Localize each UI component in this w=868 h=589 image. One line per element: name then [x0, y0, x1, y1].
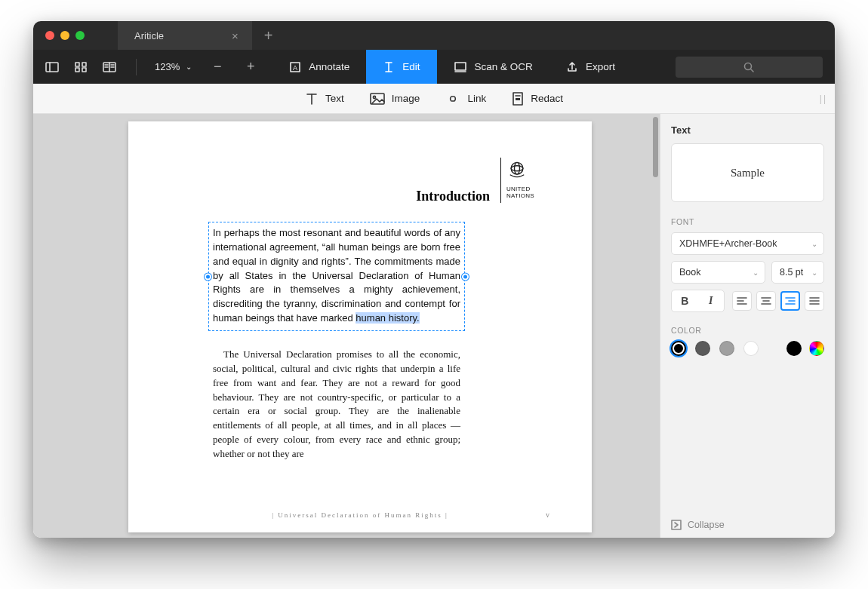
workspace: UNITEDNATIONS Introduction In perhaps th… — [33, 114, 835, 538]
text-color-row — [671, 341, 824, 356]
reading-mode-icon[interactable] — [101, 59, 118, 75]
vertical-scrollbar[interactable] — [653, 117, 658, 177]
svg-rect-5 — [82, 68, 86, 72]
align-right-button[interactable] — [780, 291, 800, 311]
svg-point-29 — [511, 166, 523, 171]
search-input[interactable] — [676, 57, 823, 78]
document-canvas[interactable]: UNITEDNATIONS Introduction In perhaps th… — [33, 114, 660, 538]
selection-handle-left[interactable] — [205, 273, 211, 280]
scan-icon — [454, 61, 467, 73]
chevron-down-icon: ⌄ — [811, 240, 817, 248]
link-icon — [445, 93, 460, 105]
font-size-dropdown[interactable]: 8.5 pt ⌄ — [771, 261, 824, 284]
toolbar-divider — [136, 59, 137, 75]
svg-point-30 — [514, 162, 519, 174]
svg-text:A: A — [293, 64, 297, 72]
un-text: UNITEDNATIONS — [506, 186, 534, 200]
page-title: Introduction — [416, 189, 490, 204]
zoom-control[interactable]: 123% ⌄ — [155, 61, 192, 72]
fill-color-swatch[interactable] — [786, 341, 802, 356]
chevron-down-icon: ⌄ — [186, 63, 192, 71]
bold-button[interactable]: B — [672, 290, 698, 311]
svg-line-20 — [751, 69, 753, 72]
highlighted-text: human history. — [356, 312, 419, 324]
font-size-value: 8.5 pt — [780, 267, 803, 278]
svg-rect-3 — [82, 63, 86, 66]
add-link-button[interactable]: Link — [445, 93, 486, 105]
zoom-value: 123% — [155, 61, 180, 72]
align-justify-button[interactable] — [805, 291, 824, 311]
un-logo-block: UNITEDNATIONS — [506, 159, 534, 200]
mode-switcher: A Annotate Edit Scan & OCR Export — [272, 50, 632, 84]
titlebar: Ariticle × + — [33, 21, 835, 50]
scan-ocr-mode-button[interactable]: Scan & OCR — [437, 50, 549, 84]
sidebar-toggle-icon[interactable] — [44, 59, 60, 75]
add-text-button[interactable]: Text — [305, 92, 344, 106]
image-icon — [370, 93, 385, 105]
link-label: Link — [467, 93, 486, 104]
thumbnails-icon[interactable] — [72, 59, 89, 75]
edit-mode-button[interactable]: Edit — [366, 50, 436, 84]
svg-rect-2 — [75, 63, 79, 66]
font-sample-preview: Sample — [671, 143, 824, 202]
align-center-button[interactable] — [756, 291, 776, 311]
redact-button[interactable]: Redact — [512, 92, 563, 106]
minimize-window-button[interactable] — [60, 31, 69, 40]
svg-point-28 — [511, 162, 523, 174]
panel-drag-handle-icon[interactable]: || — [820, 94, 827, 104]
italic-button[interactable]: I — [698, 290, 725, 311]
new-tab-button[interactable]: + — [252, 27, 285, 44]
close-tab-icon[interactable]: × — [232, 29, 239, 42]
close-window-button[interactable] — [45, 31, 54, 40]
zoom-in-button[interactable]: + — [243, 59, 258, 75]
annotate-mode-button[interactable]: A Annotate — [272, 50, 366, 84]
text-icon — [305, 92, 319, 106]
panel-title: Text — [671, 124, 824, 136]
collapse-panel-button[interactable]: Collapse — [671, 512, 824, 530]
zoom-out-button[interactable]: − — [210, 59, 225, 75]
window-controls — [33, 31, 85, 40]
font-family-dropdown[interactable]: XDHMFE+Archer-Book ⌄ — [671, 232, 824, 255]
column-divider — [500, 158, 501, 203]
edit-sub-toolbar: Text Image Link Redact || — [33, 84, 835, 114]
document-tab[interactable]: Ariticle × — [118, 21, 252, 50]
export-label: Export — [586, 61, 615, 72]
font-section-label: FONT — [671, 217, 824, 226]
font-family-value: XDHMFE+Archer-Book — [679, 238, 777, 249]
chevron-down-icon: ⌄ — [811, 268, 817, 277]
paragraph-1[interactable]: In perhaps the most resonant and beautif… — [213, 226, 460, 326]
toolbar-left-group: 123% ⌄ − + — [33, 59, 258, 75]
app-window: Ariticle × + 123% ⌄ − + A — [33, 21, 835, 538]
color-swatch-white[interactable] — [743, 341, 759, 356]
add-image-button[interactable]: Image — [370, 93, 420, 105]
tab-title: Ariticle — [134, 30, 164, 41]
color-swatch-darkgrey[interactable] — [695, 341, 710, 356]
style-group: B I — [671, 290, 725, 312]
alignment-group — [732, 291, 824, 311]
svg-rect-0 — [46, 63, 58, 72]
un-globe-icon — [506, 159, 528, 180]
export-mode-button[interactable]: Export — [549, 50, 632, 84]
svg-rect-27 — [516, 98, 520, 100]
svg-rect-4 — [75, 68, 79, 72]
selection-handle-right[interactable] — [462, 273, 469, 280]
collapse-icon — [671, 520, 682, 530]
page-footer: | Universal Declaration of Human Rights … — [128, 511, 592, 519]
align-left-button[interactable] — [732, 291, 752, 311]
edit-label: Edit — [402, 61, 420, 72]
image-label: Image — [392, 93, 420, 104]
maximize-window-button[interactable] — [75, 31, 85, 40]
scan-label: Scan & OCR — [475, 61, 533, 72]
paragraph-2[interactable]: The Universal Declaration promises to al… — [213, 348, 460, 462]
export-icon — [566, 61, 578, 73]
svg-point-24 — [373, 96, 375, 98]
annotate-icon: A — [289, 61, 301, 73]
svg-point-19 — [745, 63, 752, 69]
color-picker-icon[interactable] — [809, 341, 824, 356]
text-label: Text — [325, 93, 344, 104]
color-swatch-black[interactable] — [671, 341, 686, 356]
annotate-label: Annotate — [309, 61, 349, 72]
color-swatch-lightgrey[interactable] — [719, 341, 734, 356]
font-weight-dropdown[interactable]: Book ⌄ — [671, 261, 765, 284]
collapse-label: Collapse — [688, 520, 725, 530]
